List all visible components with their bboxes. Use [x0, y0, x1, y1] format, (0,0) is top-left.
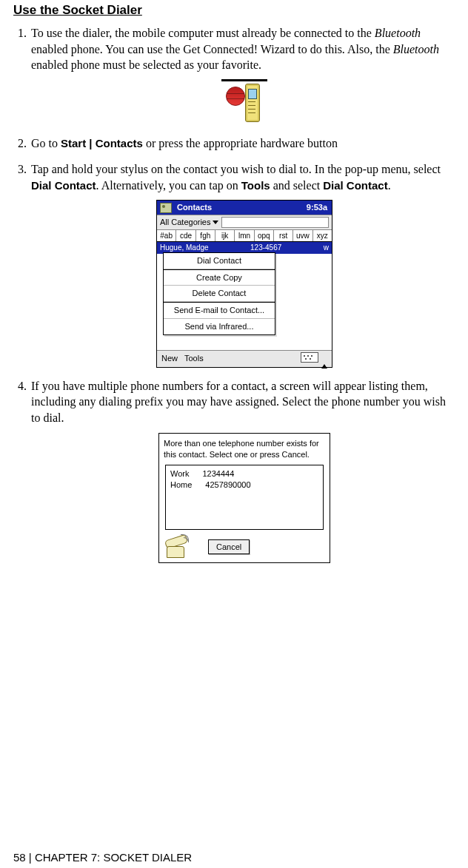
step-3-text-e: and select	[270, 179, 324, 192]
categories-dropdown[interactable]: All Categories	[160, 217, 218, 228]
step-3-dial-contact-1: Dial Contact	[31, 179, 96, 192]
menu-send-infrared[interactable]: Send via Infrared...	[164, 319, 275, 334]
contact-number: 123-4567	[250, 243, 281, 253]
menu-dial-contact[interactable]: Dial Contact	[164, 253, 275, 269]
contacts-alpha-tabs: #ab cde fgh ijk lmn opq rst uvw xyz	[157, 230, 332, 243]
chevron-down-icon	[213, 221, 218, 224]
menu-delete-contact[interactable]: Delete Contact	[164, 286, 275, 302]
step-2-text-c: or press the appropriate hardware button	[143, 137, 338, 149]
menu-create-copy[interactable]: Create Copy	[164, 269, 275, 286]
number-label: Work	[170, 468, 189, 480]
step-1-text-c: enabled phone. You can use the Get Conne…	[31, 43, 393, 55]
number-listbox: Work 1234444 Home 4257890000	[165, 465, 324, 530]
step-1: To use the dialer, the mobile computer m…	[30, 25, 458, 125]
step-2-start-contacts: Start | Contacts	[61, 137, 143, 149]
page-footer: 58 | CHAPTER 7: SOCKET DIALER	[13, 851, 192, 864]
step-1-text-e: enabled phone must be selected as your f…	[31, 58, 261, 71]
alpha-tab[interactable]: ijk	[215, 230, 235, 242]
step-3-text-c: . Alternatively, you can tap on	[96, 179, 241, 192]
step-4-text: If you have multiple phone numbers for a…	[31, 380, 446, 424]
contacts-title: Contacts	[177, 203, 212, 212]
contacts-app-icon	[160, 203, 172, 213]
step-3-text-a: Tap and hold your stylus on the contact …	[31, 163, 441, 175]
alpha-tab[interactable]: #ab	[157, 230, 176, 242]
contact-name: Hugue, Madge	[160, 243, 209, 253]
alpha-tab[interactable]: lmn	[235, 230, 254, 242]
steps-list: To use the dialer, the mobile computer m…	[13, 25, 458, 563]
keyboard-icon[interactable]	[301, 352, 318, 363]
list-item[interactable]: Work 1234444	[170, 468, 318, 480]
chevron-up-icon[interactable]	[321, 355, 327, 369]
step-3-dial-contact-2: Dial Contact	[323, 179, 388, 192]
contacts-body: Dial Contact Create Copy Delete Contact …	[157, 252, 332, 350]
list-item[interactable]: Home 4257890000	[170, 480, 318, 491]
categories-label: All Categories	[160, 217, 210, 228]
menu-tools[interactable]: Tools	[184, 354, 204, 363]
contact-type-tag: w	[324, 243, 329, 253]
phone-dial-icon[interactable]	[167, 536, 187, 558]
step-3: Tap and hold your stylus on the contact …	[30, 161, 458, 367]
contacts-category-bar: All Categories	[157, 215, 332, 230]
globe-phone-figure	[31, 79, 458, 125]
alpha-tab[interactable]: rst	[274, 230, 293, 242]
alpha-tab[interactable]: uvw	[293, 230, 312, 242]
contacts-titlebar: Contacts 9:53a	[157, 201, 332, 215]
number-label: Home	[170, 480, 192, 491]
contacts-clock: 9:53a	[307, 202, 327, 213]
alpha-tab[interactable]: opq	[255, 230, 274, 242]
menu-new[interactable]: New	[161, 354, 178, 363]
number-value: 1234444	[202, 468, 234, 480]
number-value: 4257890000	[205, 480, 250, 491]
alpha-tab[interactable]: fgh	[196, 230, 215, 242]
section-heading: Use the Socket Dialer	[13, 3, 458, 18]
contacts-bottom-bar: New Tools	[157, 350, 332, 367]
step-3-tools: Tools	[241, 179, 270, 192]
number-select-window: More than one telephone number exists fo…	[158, 433, 330, 563]
step-1-bluetooth-1: Bluetooth	[375, 27, 421, 39]
contacts-window-figure: Contacts 9:53a All Categories #ab cde	[31, 200, 458, 368]
step-1-text-a: To use the dialer, the mobile computer m…	[31, 27, 375, 39]
number-select-message: More than one telephone number exists fo…	[164, 438, 325, 460]
step-3-text-g: .	[388, 179, 391, 192]
globe-phone-icon	[221, 79, 267, 125]
alpha-tab[interactable]: cde	[176, 230, 195, 242]
menu-send-email[interactable]: Send E-mail to Contact...	[164, 302, 275, 319]
step-2-text-a: Go to	[31, 137, 61, 149]
step-4: If you have multiple phone numbers for a…	[30, 378, 458, 563]
contacts-window: Contacts 9:53a All Categories #ab cde	[156, 200, 332, 368]
find-input[interactable]	[221, 217, 329, 228]
context-menu: Dial Contact Create Copy Delete Contact …	[163, 252, 275, 335]
number-select-figure: More than one telephone number exists fo…	[31, 433, 458, 563]
step-1-bluetooth-2: Bluetooth	[393, 43, 439, 55]
step-2: Go to Start | Contacts or press the appr…	[30, 135, 458, 152]
cancel-button[interactable]: Cancel	[208, 539, 250, 555]
alpha-tab[interactable]: xyz	[313, 230, 332, 242]
